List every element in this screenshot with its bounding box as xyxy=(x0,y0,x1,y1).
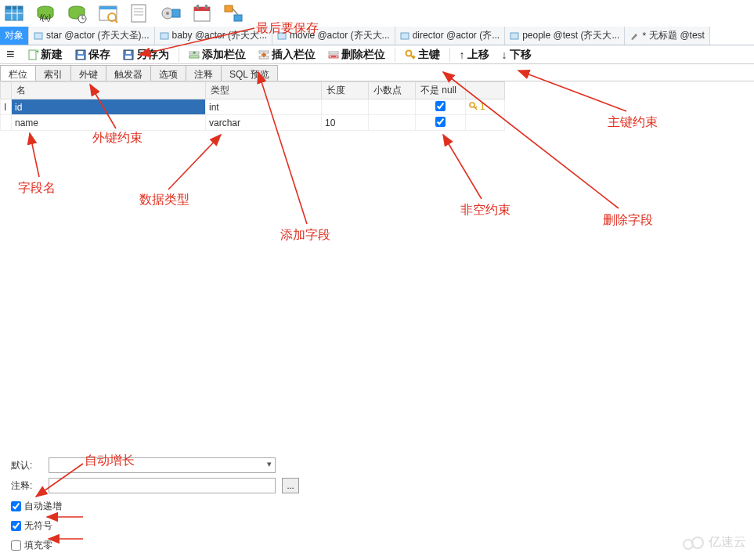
field-properties: 默认: 注释: ... 自动递增 无符号 填充零 xyxy=(11,457,426,552)
anno-pk: 主键约束 xyxy=(608,114,658,131)
grid-head-len[interactable]: 长度 xyxy=(322,82,369,99)
svg-text:+: + xyxy=(36,49,38,56)
move-up-button[interactable]: ↑上移 xyxy=(455,46,494,63)
designer-toolbar: ≡ +新建 保存 另存为 +添加栏位 插入栏位 删除栏位 主键 ↑上移 ↓下移 xyxy=(0,45,754,64)
svg-rect-30 xyxy=(161,33,168,39)
table-icon[interactable] xyxy=(3,2,25,24)
cell-notnull[interactable] xyxy=(416,115,466,131)
svg-rect-37 xyxy=(78,56,84,59)
svg-point-64 xyxy=(684,540,693,549)
unsigned-label: 无符号 xyxy=(24,519,52,533)
delete-field-button[interactable]: 删除栏位 xyxy=(323,46,390,63)
svg-rect-25 xyxy=(205,5,207,9)
fields-grid[interactable]: 名 类型 长度 小数点 不是 null I id int 1 name varc… xyxy=(0,81,505,131)
unsigned-checkbox[interactable] xyxy=(11,521,21,531)
svg-rect-26 xyxy=(225,5,233,12)
svg-rect-1 xyxy=(5,6,23,9)
backup-icon[interactable] xyxy=(160,2,182,24)
svg-rect-27 xyxy=(234,15,242,21)
insert-field-button[interactable]: 插入栏位 xyxy=(254,46,320,63)
svg-rect-33 xyxy=(510,33,518,39)
anno-nn: 非空约束 xyxy=(460,202,510,219)
anno-type: 数据类型 xyxy=(139,192,189,208)
cell-notnull[interactable] xyxy=(416,99,466,115)
svg-rect-38 xyxy=(78,51,83,54)
cell-type[interactable]: int xyxy=(206,99,322,115)
svg-rect-41 xyxy=(126,51,131,54)
anno-del: 删除字段 xyxy=(603,212,653,229)
designer-subtabs: 栏位 索引 外键 触发器 选项 注释 SQL 预览 xyxy=(0,64,754,81)
tab-people[interactable]: people @test (齐天大... xyxy=(505,27,625,45)
query-icon[interactable] xyxy=(97,2,119,24)
cell-type[interactable]: varchar xyxy=(206,115,322,131)
svg-point-65 xyxy=(692,537,703,548)
cell-dec[interactable] xyxy=(369,99,416,115)
default-dropdown[interactable] xyxy=(49,457,276,473)
cell-name[interactable]: name xyxy=(12,115,206,131)
subtab-fields[interactable]: 栏位 xyxy=(0,65,36,81)
cell-key[interactable]: 1 xyxy=(466,99,505,115)
svg-line-58 xyxy=(443,135,482,199)
anno-name: 字段名 xyxy=(18,180,56,197)
grid-head-marker xyxy=(1,82,12,99)
primary-key-button[interactable]: 主键 xyxy=(400,46,445,63)
grid-head-name[interactable]: 名 xyxy=(12,82,206,99)
tab-director[interactable]: director @actor (齐... xyxy=(395,27,506,45)
cell-name[interactable]: id xyxy=(12,99,206,115)
svg-rect-40 xyxy=(125,56,132,59)
grid-head-nn[interactable]: 不是 null xyxy=(416,82,466,99)
svg-text:+: + xyxy=(192,49,196,56)
main-toolbar: f(x) xyxy=(0,0,754,27)
svg-line-14 xyxy=(115,20,117,23)
cell-len[interactable]: 10 xyxy=(322,115,369,131)
cell-key[interactable] xyxy=(466,115,505,131)
tab-star[interactable]: star @actor (齐天大圣)... xyxy=(29,27,155,45)
move-down-button[interactable]: ↓下移 xyxy=(497,46,536,63)
svg-text:f(x): f(x) xyxy=(40,13,51,22)
autoincrement-checkbox[interactable] xyxy=(11,501,21,511)
comment-label: 注释: xyxy=(11,479,42,493)
menu-icon[interactable]: ≡ xyxy=(5,47,20,63)
subtab-foreignkeys[interactable]: 外键 xyxy=(70,65,106,81)
watermark: 亿速云 xyxy=(682,534,746,551)
table-row[interactable]: name varchar 10 xyxy=(1,115,505,131)
subtab-comment[interactable]: 注释 xyxy=(186,65,222,81)
tab-objects[interactable]: 对象 xyxy=(0,27,29,45)
subtab-sqlpreview[interactable]: SQL 预览 xyxy=(221,65,278,81)
comment-expand-button[interactable]: ... xyxy=(282,478,299,493)
new-button[interactable]: +新建 xyxy=(23,46,67,63)
save-button[interactable]: 保存 xyxy=(70,46,115,63)
grid-head-key xyxy=(466,82,505,99)
model-icon[interactable] xyxy=(222,2,244,24)
subtab-indexes[interactable]: 索引 xyxy=(35,65,71,81)
svg-rect-21 xyxy=(172,9,180,17)
zerofill-checkbox[interactable] xyxy=(11,540,21,551)
svg-rect-12 xyxy=(99,6,117,9)
svg-rect-24 xyxy=(197,5,199,9)
autoincrement-label: 自动递增 xyxy=(24,500,62,513)
subtab-options[interactable]: 选项 xyxy=(150,65,186,81)
svg-line-55 xyxy=(30,133,39,177)
event-icon[interactable] xyxy=(66,2,88,24)
cell-len[interactable] xyxy=(322,99,369,115)
table-row[interactable]: I id int 1 xyxy=(1,99,505,115)
cell-dec[interactable] xyxy=(369,115,416,131)
add-field-button[interactable]: +添加栏位 xyxy=(184,46,251,63)
function-icon[interactable]: f(x) xyxy=(34,2,56,24)
report-icon[interactable] xyxy=(128,2,150,24)
tab-movie[interactable]: movie @actor (齐天大... xyxy=(272,27,395,45)
svg-rect-15 xyxy=(132,5,146,22)
tab-untitled[interactable]: * 无标题 @test xyxy=(625,27,710,45)
schedule-icon[interactable] xyxy=(191,2,213,24)
comment-input[interactable] xyxy=(49,478,276,493)
subtab-triggers[interactable]: 触发器 xyxy=(106,65,151,81)
svg-rect-31 xyxy=(278,33,286,39)
zerofill-label: 填充零 xyxy=(24,539,52,552)
tab-baby[interactable]: baby @actor (齐天大... xyxy=(155,27,273,45)
svg-rect-34 xyxy=(29,50,36,60)
grid-head-type[interactable]: 类型 xyxy=(206,82,322,99)
document-tabs: 对象 star @actor (齐天大圣)... baby @actor (齐天… xyxy=(0,27,754,45)
svg-line-28 xyxy=(233,9,238,15)
grid-head-dec[interactable]: 小数点 xyxy=(369,82,416,99)
saveas-button[interactable]: 另存为 xyxy=(118,46,174,63)
